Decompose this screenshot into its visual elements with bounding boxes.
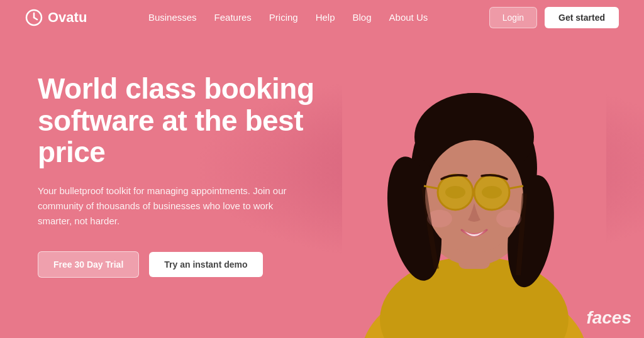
nav-item-help[interactable]: Help — [316, 12, 335, 23]
nav-item-businesses[interactable]: Businesses — [148, 12, 197, 23]
free-trial-button[interactable]: Free 30 Day Trial — [38, 251, 139, 278]
svg-point-21 — [496, 210, 521, 227]
svg-point-18 — [445, 186, 465, 199]
instant-demo-button[interactable]: Try an instant demo — [149, 252, 262, 277]
logo-text: Ovatu — [48, 9, 87, 26]
get-started-button[interactable]: Get started — [545, 7, 619, 28]
nav-actions: Login Get started — [489, 7, 619, 28]
svg-point-19 — [482, 186, 502, 199]
nav-links: Businesses Features Pricing Help Blog Ab… — [148, 12, 428, 23]
faces-watermark: faces — [586, 308, 631, 328]
hero-buttons: Free 30 Day Trial Try an instant demo — [38, 251, 327, 278]
nav-item-blog[interactable]: Blog — [353, 12, 372, 23]
nav-item-about[interactable]: About Us — [389, 12, 428, 23]
hero-headline: World class booking software at the best… — [38, 73, 327, 168]
login-button[interactable]: Login — [489, 7, 537, 28]
logo-icon — [25, 9, 43, 26]
nav-item-pricing[interactable]: Pricing — [269, 12, 298, 23]
logo[interactable]: Ovatu — [25, 9, 87, 26]
hero-image — [342, 36, 606, 338]
hero-subtext: Your bulletproof toolkit for managing ap… — [38, 183, 289, 229]
svg-line-2 — [34, 18, 37, 19]
hero-section: World class booking software at the best… — [0, 35, 365, 278]
navbar: Ovatu Businesses Features Pricing Help B… — [0, 0, 644, 35]
nav-item-features[interactable]: Features — [214, 12, 252, 23]
page-wrapper: Ovatu Businesses Features Pricing Help B… — [0, 0, 644, 338]
person-figure — [342, 36, 606, 338]
